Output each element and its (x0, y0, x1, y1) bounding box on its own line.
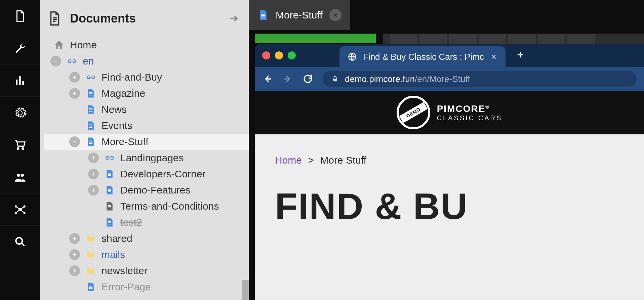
toolbar-publish-strip (255, 34, 376, 43)
tree-node-more-stuff[interactable]: More-Stuff (44, 134, 249, 150)
collapse-toggle[interactable] (69, 136, 80, 147)
tree-label: News (102, 104, 127, 115)
expand-toggle[interactable] (69, 72, 80, 83)
site-logo[interactable]: DEMO PIMCORE® CLASSIC CARS (397, 96, 502, 129)
browser-forward-button[interactable] (282, 74, 293, 84)
tree-node-shared[interactable]: shared (44, 230, 249, 247)
tree-label: Terms-and-Conditions (120, 201, 219, 212)
tab-close-button[interactable] (329, 9, 341, 21)
tree-node-developers-corner[interactable]: Developers-Corner (44, 166, 249, 182)
hub-icon (14, 203, 27, 216)
svg-rect-11 (73, 141, 76, 142)
tree-label: shared (102, 233, 132, 244)
expand-toggle[interactable] (69, 88, 80, 99)
svg-rect-13 (93, 157, 94, 160)
tree-node-landingpages[interactable]: Landingpages (44, 150, 249, 166)
page-icon (104, 184, 116, 196)
tree-node-demo-features[interactable]: Demo-Features (44, 182, 249, 198)
browser-reload-button[interactable] (303, 74, 313, 84)
folder-icon (85, 232, 97, 245)
logo-wordmark: PIMCORE® CLASSIC CARS (437, 103, 502, 122)
svg-rect-10 (74, 92, 75, 95)
expand-toggle[interactable] (88, 169, 99, 179)
window-zoom-dot[interactable] (288, 51, 296, 59)
bar-chart-icon (14, 74, 27, 87)
tree-node-home[interactable]: Home (44, 37, 249, 53)
nav-reports[interactable] (0, 65, 40, 97)
tree-node-magazine[interactable]: Magazine (44, 85, 249, 101)
svg-rect-19 (74, 237, 75, 240)
close-icon[interactable] (490, 53, 497, 60)
folder-icon (85, 265, 97, 277)
nav-data-hub[interactable] (0, 194, 40, 226)
users-icon (14, 171, 27, 184)
gear-icon (14, 106, 27, 119)
tree-label: Find-and-Buy (102, 72, 162, 83)
breadcrumb: Home > More Stuff (275, 155, 624, 166)
page-icon (85, 120, 97, 132)
editor-tab-more-stuff[interactable]: More-Stuff (249, 0, 350, 30)
tree-node-find-and-buy[interactable]: Find-and-Buy (44, 69, 249, 85)
page-icon (85, 281, 97, 293)
tree-node-mails[interactable]: mails (44, 247, 249, 263)
site-header: DEMO PIMCORE® CLASSIC CARS (255, 91, 644, 134)
url-text: demo.pimcore.fun/en/More-Stuff (345, 74, 470, 84)
tree-label: Error-Page (102, 281, 151, 293)
expand-toggle[interactable] (69, 249, 80, 260)
new-tab-button[interactable] (516, 50, 525, 61)
tree-label: Home (70, 39, 97, 51)
tree-node-news[interactable]: News (44, 101, 249, 118)
nav-settings[interactable] (0, 97, 40, 129)
nav-ecommerce[interactable] (0, 129, 40, 161)
tree-node-en[interactable]: en (44, 53, 249, 69)
tree-node-error-page[interactable]: Error-Page (44, 279, 249, 295)
window-minimize-dot[interactable] (275, 51, 283, 59)
svg-rect-8 (74, 76, 75, 79)
logo-badge-icon: DEMO (397, 96, 430, 129)
expand-toggle[interactable] (88, 153, 99, 163)
tree-node-newsletter[interactable]: newsletter (44, 263, 249, 279)
collapse-arrow-icon[interactable] (227, 12, 239, 25)
breadcrumb-separator: > (308, 155, 314, 166)
window-traffic-lights[interactable] (262, 51, 296, 59)
panel-scrollbar[interactable] (242, 280, 249, 300)
tab-label: More-Stuff (276, 9, 323, 21)
address-bar[interactable]: demo.pimcore.fun/en/More-Stuff (323, 71, 637, 87)
browser-tab-title: Find & Buy Classic Cars : Pimc (363, 52, 484, 62)
file-icon (14, 10, 27, 23)
nav-users[interactable] (0, 161, 40, 194)
folder-icon (85, 249, 97, 261)
wrench-icon (14, 42, 27, 55)
page-icon (257, 9, 269, 21)
tree-label: mails (102, 249, 125, 260)
browser-tab[interactable]: Find & Buy Classic Cars : Pimc (339, 46, 506, 67)
breadcrumb-current: More Stuff (320, 155, 366, 166)
svg-rect-15 (93, 173, 94, 176)
page-heading: FIND & BU (275, 185, 624, 227)
breadcrumb-home-link[interactable]: Home (275, 155, 302, 166)
tree-node-terms[interactable]: Terms-and-Conditions (44, 198, 249, 214)
tree-node-events[interactable]: Events (44, 118, 249, 134)
tree-label: newsletter (102, 265, 148, 276)
expand-toggle[interactable] (69, 233, 80, 244)
tree-label: Magazine (102, 88, 145, 99)
tree-label: test2 (120, 217, 142, 228)
tree-label: Events (102, 120, 132, 131)
link-icon (66, 55, 78, 67)
snippet-icon (104, 200, 116, 212)
nav-search[interactable] (0, 226, 40, 258)
page-icon (104, 168, 116, 180)
expand-toggle[interactable] (88, 185, 99, 196)
page-icon (85, 136, 97, 148)
svg-rect-6 (54, 61, 57, 61)
expand-toggle[interactable] (69, 265, 80, 276)
nav-documents[interactable] (0, 0, 40, 32)
browser-back-button[interactable] (262, 74, 273, 84)
nav-tools[interactable] (0, 32, 40, 65)
collapse-toggle[interactable] (50, 56, 61, 67)
link-icon (104, 152, 116, 164)
svg-rect-21 (74, 253, 75, 256)
tree-node-test2[interactable]: test2 (44, 214, 249, 230)
home-icon (53, 39, 65, 51)
window-close-dot[interactable] (262, 51, 270, 59)
